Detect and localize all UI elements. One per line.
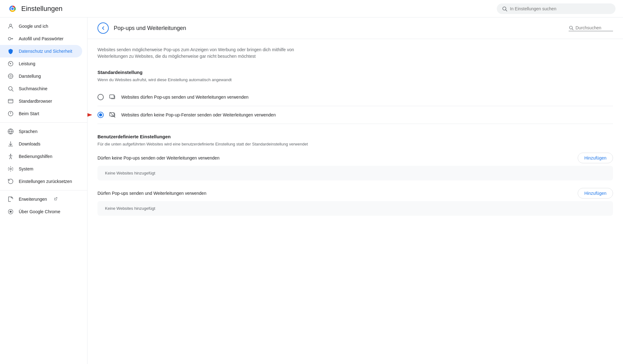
radio-circle-allow xyxy=(97,94,104,100)
appearance-icon xyxy=(7,73,14,79)
content-search-bar[interactable] xyxy=(569,25,613,31)
add-blocked-button[interactable]: Hinzufügen xyxy=(578,153,613,163)
svg-rect-24 xyxy=(110,95,114,98)
reset-icon xyxy=(7,178,14,184)
sidebar: Google und ich Autofill und Passwörter D… xyxy=(0,17,87,364)
svg-rect-13 xyxy=(8,99,13,103)
performance-icon xyxy=(7,61,14,67)
sidebar-item-default-browser[interactable]: Standardbrowser xyxy=(0,95,82,107)
sidebar-item-performance[interactable]: Leistung xyxy=(0,57,82,70)
svg-point-3 xyxy=(11,7,14,10)
svg-line-23 xyxy=(572,29,573,30)
standard-section: Standardeinstellung Wenn du Websites auf… xyxy=(97,70,613,124)
blocked-subsection: Dürfen keine Pop-ups senden oder Weiterl… xyxy=(97,153,613,180)
key-icon xyxy=(7,36,14,42)
standard-section-subtitle: Wenn du Websites aufrufst, wird diese Ei… xyxy=(97,77,613,82)
allowed-subsection: Dürfen Pop-ups senden und Weiterleitunge… xyxy=(97,188,613,216)
sidebar-item-google-account[interactable]: Google und ich xyxy=(0,20,82,32)
standard-section-title: Standardeinstellung xyxy=(97,70,613,75)
popup-block-icon xyxy=(109,111,116,119)
svg-line-5 xyxy=(506,10,507,11)
svg-point-19 xyxy=(10,168,12,170)
allowed-subsection-title: Dürfen Pop-ups senden und Weiterleitunge… xyxy=(97,191,206,196)
sidebar-label-on-start: Beim Start xyxy=(19,111,39,116)
system-icon xyxy=(7,166,14,172)
sidebar-item-about[interactable]: Über Google Chrome xyxy=(0,205,82,218)
header-search-icon xyxy=(502,6,507,12)
header-search-input[interactable] xyxy=(510,6,611,11)
radio-option-allow[interactable]: Websites dürfen Pop-ups senden und Weite… xyxy=(97,88,613,106)
external-link-icon xyxy=(54,197,57,202)
content-search-icon xyxy=(569,25,574,30)
sidebar-label-default-browser: Standardbrowser xyxy=(19,99,52,104)
main-layout: Google und ich Autofill und Passwörter D… xyxy=(0,17,623,364)
sidebar-item-languages[interactable]: Sprachen xyxy=(0,125,82,138)
chrome-logo-icon xyxy=(7,4,17,14)
sidebar-divider-2 xyxy=(0,190,87,190)
browser-icon xyxy=(7,98,14,104)
header-logo: Einstellungen xyxy=(7,4,62,14)
sidebar-item-on-start[interactable]: Beim Start xyxy=(0,107,82,120)
sidebar-label-appearance: Darstellung xyxy=(19,74,41,79)
accessibility-icon xyxy=(7,153,14,160)
start-icon xyxy=(7,111,14,117)
sidebar-item-system[interactable]: System xyxy=(0,163,82,175)
sidebar-label-search: Suchmaschine xyxy=(19,86,47,91)
sidebar-label-system: System xyxy=(19,166,33,171)
custom-section-title: Benutzerdefinierte Einstellungen xyxy=(97,134,613,139)
red-arrow-indicator xyxy=(87,110,94,120)
sidebar-label-extensions: Erweiterungen xyxy=(19,197,47,202)
sidebar-item-accessibility[interactable]: Bedienungshilfen xyxy=(0,150,82,163)
sidebar-item-privacy[interactable]: Datenschutz und Sicherheit xyxy=(0,45,82,57)
radio-label-allow: Websites dürfen Pop-ups senden und Weite… xyxy=(121,95,248,100)
search-icon xyxy=(7,86,14,92)
shield-icon xyxy=(7,48,14,54)
sidebar-label-downloads: Downloads xyxy=(19,141,40,146)
custom-settings-section: Benutzerdefinierte Einstellungen Für die… xyxy=(97,134,613,216)
sidebar-label-reset: Einstellungen zurücksetzen xyxy=(19,179,72,184)
allowed-subsection-header: Dürfen Pop-ups senden und Weiterleitunge… xyxy=(97,188,613,199)
svg-line-12 xyxy=(12,90,13,91)
svg-point-21 xyxy=(10,211,12,213)
chrome-small-icon xyxy=(7,209,14,215)
header: Einstellungen xyxy=(0,0,623,17)
sidebar-label-languages: Sprachen xyxy=(19,129,37,134)
content-header: Pop-ups und Weiterleitungen xyxy=(87,17,623,39)
main-area: Pop-ups und Weiterleitungen Websites sen… xyxy=(87,17,623,364)
content-body: Websites senden möglicherweise Pop-ups z… xyxy=(87,39,623,231)
blocked-subsection-title: Dürfen keine Pop-ups senden oder Weiterl… xyxy=(97,155,219,160)
add-allowed-button[interactable]: Hinzufügen xyxy=(578,188,613,199)
blocked-subsection-header: Dürfen keine Pop-ups senden oder Weiterl… xyxy=(97,153,613,163)
download-icon xyxy=(7,141,14,147)
content-search-input[interactable] xyxy=(576,25,613,30)
sidebar-label-about: Über Google Chrome xyxy=(19,209,60,214)
blocked-empty-text: Keine Websites hinzugefügt xyxy=(97,166,613,180)
sidebar-item-extensions[interactable]: Erweiterungen xyxy=(0,193,82,205)
sidebar-item-search[interactable]: Suchmaschine xyxy=(0,82,82,95)
page-description: Websites senden möglicherweise Pop-ups z… xyxy=(97,47,316,60)
content-page-title: Pop-ups und Weiterleitungen xyxy=(114,25,564,32)
sidebar-label-accessibility: Bedienungshilfen xyxy=(19,154,52,159)
sidebar-item-appearance[interactable]: Darstellung xyxy=(0,70,82,82)
sidebar-label-google-account: Google und ich xyxy=(19,24,48,29)
header-search-bar[interactable] xyxy=(497,3,616,14)
svg-point-9 xyxy=(10,63,11,64)
popup-allow-icon xyxy=(109,93,116,101)
allowed-empty-text: Keine Websites hinzugefügt xyxy=(97,201,613,216)
radio-option-block[interactable]: Websites dürfen keine Pop-up-Fenster sen… xyxy=(97,106,613,124)
custom-section-subtitle: Für die unten aufgeführten Websites wird… xyxy=(97,142,613,146)
sidebar-item-downloads[interactable]: Downloads xyxy=(0,138,82,150)
sidebar-label-autofill: Autofill und Passwörter xyxy=(19,36,63,41)
sidebar-item-reset[interactable]: Einstellungen zurücksetzen xyxy=(0,175,82,188)
sidebar-label-performance: Leistung xyxy=(19,61,35,66)
back-button[interactable] xyxy=(97,22,109,34)
svg-point-6 xyxy=(10,24,12,26)
sidebar-item-autofill[interactable]: Autofill und Passwörter xyxy=(0,32,82,45)
radio-circle-block xyxy=(97,112,104,118)
sidebar-label-privacy: Datenschutz und Sicherheit xyxy=(19,49,72,54)
translate-icon xyxy=(7,128,14,135)
svg-point-18 xyxy=(10,154,11,155)
sidebar-divider-1 xyxy=(0,122,87,123)
page-title: Einstellungen xyxy=(21,5,62,13)
person-icon xyxy=(7,23,14,29)
